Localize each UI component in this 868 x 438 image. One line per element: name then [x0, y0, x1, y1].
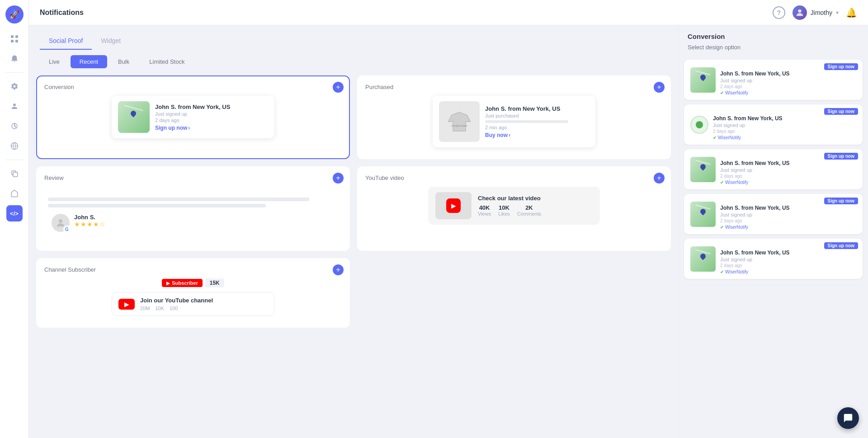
- card-channel-add-btn[interactable]: +: [333, 264, 344, 275]
- conversion-action: Just signed up: [155, 111, 268, 117]
- card-purchased[interactable]: Purchased + Company Name: [357, 75, 671, 159]
- design-4-badge: Sign up now: [824, 198, 858, 204]
- svg-rect-2: [11, 40, 14, 42]
- channel-info: Join our YouTube channel 20M 10K 100: [140, 297, 268, 311]
- channel-stat-3: 100: [170, 306, 178, 311]
- tab-social-proof[interactable]: Social Proof: [40, 33, 92, 50]
- purchased-action: Just purchased: [485, 113, 589, 118]
- user-avatar: [793, 5, 807, 20]
- channel-stats: 20M 10K 100: [140, 306, 268, 311]
- right-panel-subtitle: Select design option: [688, 44, 859, 51]
- sidebar-item-stack[interactable]: [6, 185, 23, 202]
- sidebar-item-globe[interactable]: [6, 138, 23, 154]
- review-line-1: [48, 198, 309, 201]
- sidebar-item-settings[interactable]: [6, 78, 23, 94]
- card-review-add-btn[interactable]: +: [333, 173, 344, 184]
- comments-value: 2K: [517, 204, 541, 211]
- subscriber-badge-row: ▶ Subscriber 15K: [44, 278, 342, 287]
- right-panel: Conversion Select design option Sign up …: [678, 25, 868, 438]
- sidebar-item-users[interactable]: [6, 98, 23, 114]
- card-channel-subscriber[interactable]: Channel Subscriber + ▶ Subscriber 15K: [36, 258, 350, 328]
- channel-preview-wrap: ▶ Subscriber 15K ▶ Join our YouT: [44, 278, 342, 316]
- design-4-name: John S. from New York, US: [720, 205, 856, 211]
- review-preview-wrap: G John S. ★★★★☆: [44, 187, 342, 243]
- map-visual: [118, 101, 150, 133]
- channel-stat-2: 10K: [155, 306, 164, 311]
- right-panel-header: Conversion Select design option: [679, 25, 868, 56]
- card-review[interactable]: Review +: [36, 166, 350, 251]
- design-option-2[interactable]: Sign up now John S. from New York, US Ju…: [684, 104, 863, 145]
- design-option-5[interactable]: Sign up now John S. from New York, US Ju…: [684, 239, 863, 279]
- svg-rect-6: [13, 172, 18, 177]
- design-2-time: 2 days ago: [713, 129, 856, 134]
- review-line-2: [48, 204, 266, 207]
- cards-scroll: Conversion + John S. from New York, US J…: [29, 72, 678, 438]
- help-button[interactable]: ?: [773, 6, 785, 19]
- card-youtube-video[interactable]: YouTube video + ▶ Check our latest video…: [357, 166, 671, 251]
- card-purchased-add-btn[interactable]: +: [654, 82, 665, 93]
- sidebar-item-code[interactable]: </>: [6, 205, 23, 221]
- conversion-cta[interactable]: Sign up now›: [155, 125, 268, 131]
- design-5-brand: ✔ WiserNotify: [720, 269, 856, 274]
- subtab-bulk[interactable]: Bulk: [109, 55, 138, 68]
- design-option-3[interactable]: Sign up now John S. from New York, US Ju…: [684, 149, 863, 189]
- design-1-time: 2 days ago: [720, 84, 856, 89]
- app-logo[interactable]: 🚀: [5, 5, 24, 24]
- youtube-thumbnail: ▶: [435, 192, 472, 219]
- notification-bell[interactable]: 🔔: [846, 7, 857, 18]
- reviewer-name: John S.: [74, 214, 335, 221]
- main-wrapper: Notifications ? Jimothy ▾ 🔔 S: [29, 0, 868, 438]
- card-conversion-add-btn[interactable]: +: [333, 82, 344, 93]
- content-area: Social Proof Widget Live Recent Bulk Lim…: [29, 25, 868, 438]
- review-lines: [48, 198, 338, 207]
- cards-grid: Conversion + John S. from New York, US J…: [36, 75, 671, 328]
- subscriber-label: Subscriber: [172, 280, 198, 286]
- purchased-info: John S. from New York, US Just purchased…: [485, 105, 589, 138]
- youtube-stats: 40K Views 10K Likes 2K C: [478, 204, 593, 217]
- review-detail: G John S. ★★★★☆: [48, 210, 338, 235]
- conversion-time: 2 days ago: [155, 118, 268, 123]
- sidebar-item-copy[interactable]: [6, 165, 23, 182]
- design-2-badge: Sign up now: [824, 108, 858, 115]
- card-review-title: Review: [44, 174, 342, 181]
- svg-rect-1: [15, 35, 18, 38]
- card-conversion[interactable]: Conversion + John S. from New York, US J…: [36, 75, 350, 159]
- user-menu[interactable]: Jimothy ▾: [793, 5, 839, 20]
- sidebar-item-dashboard[interactable]: [6, 31, 23, 47]
- sidebar: 🚀: [0, 0, 29, 438]
- subtab-limited-stock[interactable]: Limited Stock: [140, 55, 193, 68]
- sidebar-item-bell[interactable]: [6, 51, 23, 67]
- sidebar-item-analytics[interactable]: [6, 118, 23, 134]
- conversion-name: John S. from New York, US: [155, 104, 268, 110]
- sidebar-divider-2: [5, 160, 24, 160]
- purchased-cta[interactable]: Buy now›: [485, 132, 589, 138]
- card-purchased-title: Purchased: [365, 84, 663, 90]
- conversion-map-img: [118, 101, 150, 133]
- design-option-1[interactable]: Sign up now John S. from New York, US Ju…: [684, 60, 863, 100]
- chat-button[interactable]: [837, 407, 859, 429]
- design-4-sub: Just signed up: [720, 212, 856, 217]
- tab-widget[interactable]: Widget: [92, 33, 130, 50]
- design-5-time: 2 days ago: [720, 263, 856, 268]
- design-1-map: [690, 67, 716, 93]
- username-label: Jimothy: [811, 9, 832, 16]
- youtube-stat-comments: 2K Comments: [517, 204, 541, 217]
- svg-rect-3: [15, 40, 18, 42]
- subtab-recent[interactable]: Recent: [71, 55, 107, 68]
- review-content: John S. ★★★★☆: [74, 214, 335, 228]
- svg-point-7: [798, 9, 801, 12]
- subtab-live[interactable]: Live: [40, 55, 69, 68]
- purchased-time: 2 min ago: [485, 125, 589, 130]
- subscriber-count: 15K: [205, 278, 224, 287]
- youtube-play-icon[interactable]: ▶: [446, 198, 461, 213]
- design-option-4[interactable]: Sign up now John S. from New York, US Ju…: [684, 194, 863, 234]
- design-2-dot-inner: [696, 121, 703, 128]
- review-stars: ★★★★☆: [74, 221, 335, 228]
- likes-value: 10K: [498, 204, 510, 211]
- sidebar-divider-1: [5, 72, 24, 73]
- card-youtube-add-btn[interactable]: +: [654, 173, 665, 184]
- design-5-sub: Just signed up: [720, 257, 856, 262]
- design-3-time: 2 days ago: [720, 174, 856, 179]
- main-tabs: Social Proof Widget: [29, 25, 678, 50]
- design-2-sub: Just signed up: [713, 122, 856, 128]
